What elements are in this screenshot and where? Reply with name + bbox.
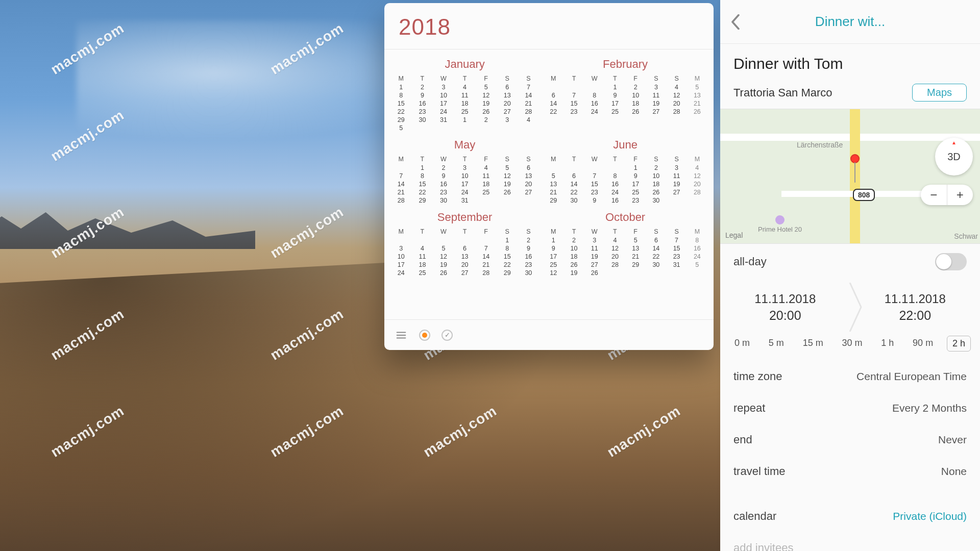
calendar-day[interactable]: 23 xyxy=(625,196,646,205)
calendar-day[interactable]: 14 xyxy=(564,180,584,188)
calendar-day[interactable]: 2 xyxy=(433,164,454,172)
calendar-day[interactable]: 24 xyxy=(687,253,707,261)
calendar-day[interactable]: 2 xyxy=(625,83,646,91)
calendar-day[interactable]: 23 xyxy=(412,108,433,116)
calendar-day[interactable] xyxy=(433,124,454,132)
calendar-day[interactable] xyxy=(687,269,707,277)
calendar-day[interactable]: 6 xyxy=(564,172,584,180)
calendar-day[interactable]: 7 xyxy=(475,244,497,253)
calendar-day[interactable]: 11 xyxy=(454,91,476,99)
calendar-day[interactable] xyxy=(584,164,605,172)
calendar-day[interactable]: 24 xyxy=(605,188,625,196)
calendar-day[interactable] xyxy=(687,196,707,205)
calendar-day[interactable]: 24 xyxy=(584,108,605,116)
calendar-day[interactable]: 5 xyxy=(433,244,454,253)
calendar-day[interactable]: 10 xyxy=(433,91,454,99)
calendar-day[interactable]: 4 xyxy=(454,83,476,91)
end-time-cell[interactable]: 11.11.2018 22:00 xyxy=(850,283,981,332)
back-button[interactable] xyxy=(720,14,751,30)
calendar-day[interactable] xyxy=(390,236,412,244)
calendar-day[interactable]: 24 xyxy=(454,188,476,196)
calendar-day[interactable]: 17 xyxy=(454,180,476,188)
map-3d-button[interactable]: 3D xyxy=(935,138,973,176)
duration-chip[interactable]: 5 m xyxy=(764,336,789,352)
calendar-day[interactable]: 16 xyxy=(518,253,540,261)
calendar-day[interactable] xyxy=(497,196,518,205)
calendar-day[interactable]: 15 xyxy=(666,244,687,253)
calendar-day[interactable] xyxy=(666,196,687,205)
calendar-day[interactable]: 20 xyxy=(497,99,518,108)
event-location[interactable]: Trattoria San Marco xyxy=(733,86,832,99)
calendar-day[interactable]: 25 xyxy=(605,108,625,116)
calendar-day[interactable]: 22 xyxy=(390,108,412,116)
calendar-day[interactable]: 16 xyxy=(433,180,454,188)
calendar-day[interactable]: 31 xyxy=(433,116,454,124)
calendar-day[interactable]: 18 xyxy=(412,261,433,269)
month-june[interactable]: JuneMTWTFSSM1234567891011121314151617181… xyxy=(543,135,707,205)
calendar-day[interactable]: 27 xyxy=(666,188,687,196)
calendar-day[interactable]: 1 xyxy=(497,236,518,244)
calendar-day[interactable]: 22 xyxy=(497,261,518,269)
calendar-day[interactable]: 16 xyxy=(412,99,433,108)
calendar-day[interactable]: 11 xyxy=(666,172,687,180)
duration-chip[interactable]: 30 m xyxy=(837,336,867,352)
calendar-day[interactable]: 19 xyxy=(564,269,584,277)
calendar-day[interactable]: 4 xyxy=(412,244,433,253)
calendar-day[interactable]: 29 xyxy=(625,261,646,269)
calendar-day[interactable]: 19 xyxy=(666,180,687,188)
calendar-day[interactable]: 21 xyxy=(625,253,646,261)
calendar-day[interactable] xyxy=(454,236,476,244)
calendar-day[interactable]: 13 xyxy=(543,180,564,188)
calendar-day[interactable]: 12 xyxy=(687,172,707,180)
calendar-day[interactable]: 3 xyxy=(584,236,605,244)
calendar-day[interactable]: 19 xyxy=(497,180,518,188)
calendar-day[interactable]: 7 xyxy=(666,236,687,244)
calendar-day[interactable]: 19 xyxy=(646,99,666,108)
calendar-day[interactable]: 28 xyxy=(475,269,497,277)
event-field-row[interactable]: repeatEvery 2 Months xyxy=(720,392,980,424)
calendar-day[interactable]: 25 xyxy=(475,188,497,196)
calendar-day[interactable]: 23 xyxy=(433,188,454,196)
calendar-day[interactable]: 30 xyxy=(412,116,433,124)
calendar-day[interactable]: 20 xyxy=(687,180,707,188)
calendar-day[interactable]: 11 xyxy=(412,253,433,261)
add-invitees-row[interactable]: add invitees xyxy=(720,532,980,551)
calendar-day[interactable]: 14 xyxy=(475,253,497,261)
calendar-day[interactable]: 21 xyxy=(687,99,707,108)
calendar-day[interactable]: 30 xyxy=(433,196,454,205)
calendar-day[interactable]: 8 xyxy=(605,172,625,180)
calendar-day[interactable]: 21 xyxy=(475,261,497,269)
calendar-day[interactable]: 28 xyxy=(390,196,412,205)
calendar-day[interactable]: 18 xyxy=(564,253,584,261)
calendar-day[interactable]: 16 xyxy=(687,244,707,253)
calendar-day[interactable] xyxy=(666,269,687,277)
calendar-day[interactable]: 4 xyxy=(475,164,497,172)
event-title[interactable]: Dinner with Tom xyxy=(733,55,967,72)
calendar-day[interactable] xyxy=(412,236,433,244)
calendar-day[interactable]: 23 xyxy=(666,253,687,261)
month-september[interactable]: SeptemberMTWTFSS123456789101112131415161… xyxy=(390,208,539,277)
calendar-day[interactable]: 14 xyxy=(518,91,540,99)
duration-chip[interactable]: 1 h xyxy=(876,336,899,352)
calendar-day[interactable] xyxy=(475,196,497,205)
check-icon[interactable] xyxy=(442,330,453,341)
calendar-day[interactable]: 26 xyxy=(687,108,707,116)
calendar-day[interactable]: 7 xyxy=(390,172,412,180)
calendar-day[interactable]: 26 xyxy=(625,108,646,116)
calendar-day[interactable]: 27 xyxy=(518,188,540,196)
calendar-day[interactable]: 6 xyxy=(454,244,476,253)
calendar-day[interactable] xyxy=(390,164,412,172)
calendar-day[interactable]: 31 xyxy=(666,261,687,269)
calendar-day[interactable]: 13 xyxy=(454,253,476,261)
calendar-day[interactable]: 30 xyxy=(646,196,666,205)
calendar-day[interactable]: 1 xyxy=(390,83,412,91)
calendar-day[interactable]: 2 xyxy=(564,236,584,244)
calendar-day[interactable]: 2 xyxy=(475,116,497,124)
calendar-day[interactable]: 13 xyxy=(625,244,646,253)
calendar-day[interactable]: 16 xyxy=(584,99,605,108)
month-october[interactable]: OctoberMTWTFSSM1234567891011121314151617… xyxy=(543,208,707,277)
calendar-day[interactable]: 9 xyxy=(518,244,540,253)
calendar-day[interactable]: 15 xyxy=(564,99,584,108)
calendar-day[interactable]: 21 xyxy=(543,188,564,196)
calendar-day[interactable]: 20 xyxy=(454,261,476,269)
